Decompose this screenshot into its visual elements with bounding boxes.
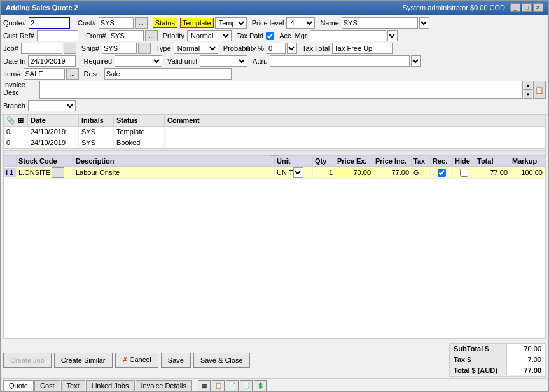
action-buttons: Create Job Create Similar ✗ Cancel Save … xyxy=(3,353,250,368)
grid-col-total: Total xyxy=(475,156,510,166)
accmgr-label: Acc. Mgr xyxy=(279,32,308,39)
tab-icon-group: ▦ 📋 📄 📑 💲 xyxy=(198,380,267,391)
taxtotal-input[interactable] xyxy=(332,43,393,54)
price-level-select[interactable]: 4 xyxy=(286,17,315,29)
probability-input[interactable] xyxy=(267,43,286,54)
invoice-desc-label: Invoice Desc. xyxy=(3,81,38,96)
tab-icon-doc2-button[interactable]: 📄 xyxy=(226,380,239,391)
log-col-initials: Initials xyxy=(79,115,114,126)
grid-cell-rec xyxy=(431,168,453,178)
create-job-button[interactable]: Create Job xyxy=(3,353,52,368)
branch-select[interactable] xyxy=(28,100,76,111)
title-bar-right: System administrator $0.00 COD _ □ ✕ xyxy=(403,3,543,12)
tab-cost[interactable]: Cost xyxy=(34,380,60,391)
grid-rec-checkbox[interactable] xyxy=(438,169,446,177)
required-select[interactable] xyxy=(115,55,162,67)
grid-col-stock: Stock Code xyxy=(17,156,74,166)
custref-input[interactable] xyxy=(37,30,78,41)
grid-col-markup: Markup xyxy=(510,156,545,166)
invoice-desc-scroll-up[interactable]: ▲ xyxy=(524,81,532,90)
grid-unit-value: UNIT xyxy=(277,169,293,176)
grid-divider[interactable]: ..... xyxy=(4,151,545,156)
log-cell-0-date: 24/10/2019 xyxy=(28,127,79,137)
grid-row-0: I 1 L.ONSITE ... Labour Onsite UNIT 1 70… xyxy=(4,167,545,179)
quote-label: Quote# xyxy=(3,19,27,27)
desc-input[interactable] xyxy=(104,68,232,80)
grid-col-priceinc: Price Inc. xyxy=(373,156,412,166)
tab-icon-grid-button[interactable]: ▦ xyxy=(198,380,211,391)
form-row-2: Cust Ref# From# ... Priority Normal Tax … xyxy=(3,30,546,41)
total-value: 77.00 xyxy=(507,365,545,375)
item-input[interactable] xyxy=(24,68,65,80)
window-title: Adding Sales Quote 2 xyxy=(6,4,78,11)
from-input[interactable] xyxy=(109,30,144,41)
accmgr-input[interactable] xyxy=(310,30,386,41)
grid-stock-dots[interactable]: ... xyxy=(52,167,64,178)
name-input[interactable] xyxy=(342,17,418,29)
probability-dropdown[interactable] xyxy=(287,43,297,54)
type-select[interactable]: Normal xyxy=(174,43,218,54)
job-dots-button[interactable]: ... xyxy=(64,43,76,54)
total-label: Total $ (AUD) xyxy=(450,365,507,375)
tab-quote[interactable]: Quote xyxy=(3,380,34,391)
tab-icon-doc3-button[interactable]: 📑 xyxy=(240,380,253,391)
tab-icon-doc1-button[interactable]: 📋 xyxy=(212,380,225,391)
grid-stock-value: L.ONSITE xyxy=(18,169,50,176)
invoice-desc-scroll-down[interactable]: ▼ xyxy=(524,90,532,99)
tab-text[interactable]: Text xyxy=(61,380,85,391)
tab-invoice-details[interactable]: Invoice Details xyxy=(136,380,193,391)
datein-label: Date In xyxy=(3,57,27,65)
accmgr-dropdown[interactable] xyxy=(387,30,398,41)
totals-row-total: Total $ (AUD) 77.00 xyxy=(450,365,545,376)
tax-value: 7.00 xyxy=(507,354,545,365)
priority-select[interactable]: Normal xyxy=(187,30,232,41)
grid-col-unit: Unit xyxy=(275,156,313,166)
invoice-desc-action-button[interactable]: 📋 xyxy=(533,81,546,99)
validuntil-label: Valid until xyxy=(167,57,198,65)
log-cell-0-comment xyxy=(165,130,545,133)
template-select[interactable]: Template xyxy=(215,17,247,29)
close-button[interactable]: ✕ xyxy=(533,3,543,12)
grid-cell-desc: Labour Onsite xyxy=(74,168,275,177)
datein-input[interactable] xyxy=(28,55,76,67)
grid-cell-markup: 100.00 xyxy=(510,168,545,177)
cust-dots-button[interactable]: ... xyxy=(135,17,148,29)
cancel-button[interactable]: ✗ Cancel xyxy=(115,353,158,368)
log-col-grid: ⊞ xyxy=(15,115,28,126)
grid-col-hide: Hide xyxy=(453,156,475,166)
tab-linked-jobs[interactable]: Linked Jobs xyxy=(86,380,135,391)
type-label: Type xyxy=(156,45,172,52)
attn-input[interactable] xyxy=(270,55,410,67)
from-dots-button[interactable]: ... xyxy=(145,30,158,41)
attn-dropdown[interactable] xyxy=(411,55,421,67)
grid-header: Stock Code Description Unit Qty Price Ex… xyxy=(4,156,545,167)
grid-hide-checkbox[interactable] xyxy=(460,169,468,177)
grid-cell-priceex[interactable]: 70.00 xyxy=(335,168,373,177)
quote-input[interactable] xyxy=(29,17,70,29)
log-cell-0-0: 0 xyxy=(4,127,15,137)
grid-unit-select[interactable] xyxy=(293,167,303,178)
grid-cell-qty: 1 xyxy=(313,168,335,177)
name-dropdown[interactable] xyxy=(419,17,429,29)
tab-icon-link-button[interactable]: 💲 xyxy=(254,380,267,391)
ship-dots-button[interactable]: ... xyxy=(138,43,151,54)
grid-col-row xyxy=(4,156,17,166)
form-row-item: Item# ... Desc. xyxy=(3,68,546,80)
invoice-desc-textarea[interactable] xyxy=(39,81,523,99)
create-similar-button[interactable]: Create Similar xyxy=(54,353,113,368)
validuntil-select[interactable] xyxy=(200,55,247,67)
minimize-button[interactable]: _ xyxy=(510,3,520,12)
branch-label: Branch xyxy=(3,102,27,109)
save-button[interactable]: Save xyxy=(161,353,191,368)
save-close-button[interactable]: Save & Close xyxy=(193,353,250,368)
restore-button[interactable]: □ xyxy=(522,3,532,12)
taxpaid-checkbox[interactable] xyxy=(266,32,274,40)
ship-label: Ship# xyxy=(81,45,101,52)
log-col-attachment: 📎 xyxy=(4,115,15,126)
form-area: Quote# Cust# ... Status Template Templat… xyxy=(1,15,548,115)
cust-input[interactable] xyxy=(99,17,134,29)
ship-input[interactable] xyxy=(102,43,137,54)
totals-panel: SubTotal $ 70.00 Tax $ 7.00 Total $ (AUD… xyxy=(449,343,546,377)
job-input[interactable] xyxy=(21,43,62,54)
item-dots-button[interactable]: ... xyxy=(66,68,79,80)
